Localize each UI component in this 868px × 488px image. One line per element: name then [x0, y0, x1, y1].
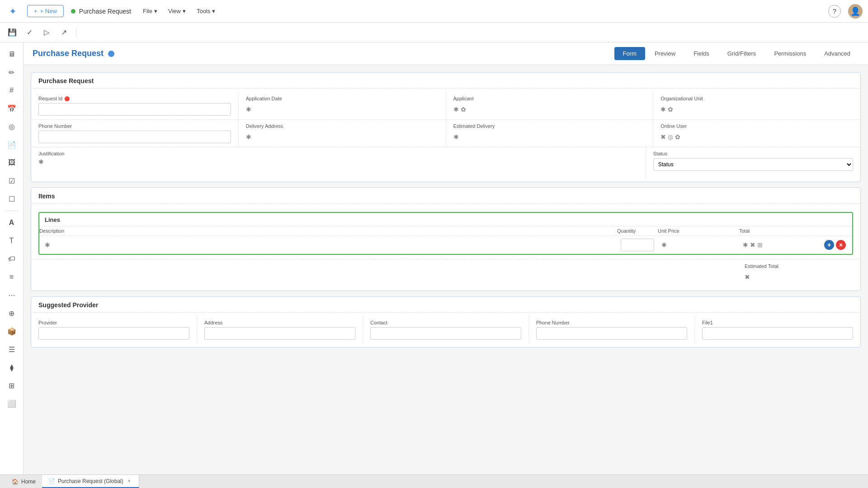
field-contact: Contact: [363, 316, 529, 343]
asterisk-icon: ✱: [246, 106, 251, 113]
form-header: Purchase Request Form Preview Fields Gri…: [24, 42, 868, 65]
tab-grid-filters[interactable]: Grid/Filters: [719, 47, 765, 60]
sidebar-checkbox2-icon[interactable]: ☐: [4, 191, 20, 207]
sidebar-stack-icon[interactable]: ⧫: [4, 359, 20, 375]
add-line-button[interactable]: +: [824, 240, 834, 250]
input-contact[interactable]: [370, 327, 521, 340]
sidebar-table-icon[interactable]: ⊞: [4, 377, 20, 394]
form-title-dot: [108, 51, 114, 57]
home-tab[interactable]: 🏠 Home: [5, 475, 42, 488]
label-delivery-address: Delivery Address: [246, 123, 439, 129]
field-online-user: Online User ✖ ◎ ✿: [653, 120, 860, 147]
sidebar-plus-circle-icon[interactable]: ⊕: [4, 305, 20, 321]
sidebar-align-icon[interactable]: ≡: [4, 269, 20, 285]
x-icon: ✖: [660, 133, 666, 141]
items-title: Items: [31, 188, 860, 204]
content-justification: ✱: [38, 158, 638, 174]
form-row-2: Phone Number Delivery Address ✱ Estimate…: [31, 120, 860, 147]
tab-form[interactable]: Form: [614, 47, 645, 60]
sidebar-more-icon[interactable]: ⋯: [4, 287, 20, 303]
help-button[interactable]: ?: [828, 5, 841, 18]
tab-permissions[interactable]: Permissions: [765, 47, 815, 60]
sidebar-package-icon[interactable]: 📦: [4, 323, 20, 339]
input-request-id[interactable]: [38, 103, 231, 116]
nav-right: ? 👤: [828, 4, 863, 19]
items-content: Lines Description Quantity Unit Price To…: [31, 204, 860, 291]
link-icon: ✿: [668, 106, 673, 113]
doc-status-dot: [71, 9, 75, 14]
x-icon: ✖: [750, 241, 755, 249]
field-address: Address: [197, 316, 363, 343]
select-status[interactable]: Status Draft Submitted Approved Rejected: [653, 158, 853, 171]
input-phone-number[interactable]: [38, 131, 231, 143]
menu-file[interactable]: File ▾: [138, 5, 162, 17]
tab-preview[interactable]: Preview: [646, 47, 684, 60]
label-provider: Provider: [38, 320, 189, 325]
content-applicant: ✱ ✿: [453, 103, 646, 116]
content-total: ✱ ✖ ⊞: [743, 239, 817, 251]
run-button[interactable]: ▷: [40, 26, 53, 39]
field-organizational-unit: Organizational Unit ✱ ✿: [653, 92, 860, 119]
input-provider-phone[interactable]: [536, 327, 687, 340]
content-delivery-address: ✱: [246, 131, 439, 143]
sidebar-desktop-icon[interactable]: 🖥: [4, 46, 20, 62]
lines-card: Lines Description Quantity Unit Price To…: [38, 212, 853, 255]
label-phone-number: Phone Number: [38, 123, 231, 129]
cell-total: ✱ ✖ ⊞: [739, 239, 821, 251]
menu-view[interactable]: View ▾: [164, 5, 190, 17]
sidebar-grid-icon[interactable]: #: [4, 82, 20, 99]
nav-menu: File ▾ View ▾ Tools ▾: [138, 5, 220, 17]
avatar: 👤: [848, 4, 863, 19]
form-title: Purchase Request: [33, 49, 114, 58]
purchase-request-tab[interactable]: 📄 Purchase Request (Global) ×: [42, 475, 139, 488]
form-tabs: Form Preview Fields Grid/Filters Permiss…: [614, 47, 859, 60]
sidebar-circle-icon[interactable]: ◎: [4, 118, 20, 135]
label-contact: Contact: [370, 320, 521, 325]
export-button[interactable]: ↗: [57, 26, 71, 39]
sidebar-textA-icon[interactable]: A: [4, 215, 20, 231]
check-button[interactable]: ✓: [23, 26, 36, 39]
remove-line-button[interactable]: ×: [836, 240, 846, 250]
menu-tools[interactable]: Tools ▾: [192, 5, 220, 17]
label-application-date: Application Date: [246, 96, 439, 101]
sidebar-list-icon[interactable]: ☰: [4, 341, 20, 357]
lines-table: Description Quantity Unit Price Total: [39, 226, 852, 254]
input-address[interactable]: [204, 327, 355, 340]
field-phone-number: Phone Number: [31, 120, 239, 147]
home-icon: 🏠: [12, 479, 19, 485]
sidebar-textT-icon[interactable]: T: [4, 233, 20, 249]
field-estimated-delivery: Estimated Delivery ✱: [446, 120, 654, 147]
tab-close-button[interactable]: ×: [126, 478, 132, 484]
field-delivery-address: Delivery Address ✱: [239, 120, 446, 147]
tab-advanced[interactable]: Advanced: [816, 47, 859, 60]
sidebar-edit-icon[interactable]: ✏: [4, 64, 20, 80]
sidebar-image-icon[interactable]: 🖼: [4, 155, 20, 171]
sidebar-copy-icon[interactable]: ⬜: [4, 395, 20, 412]
form-row-1: Request Id 🔴 Application Date ✱: [31, 92, 860, 120]
input-file1[interactable]: [702, 327, 853, 340]
asterisk-icon: ✱: [246, 133, 251, 141]
sidebar-checkbox-icon[interactable]: ☑: [4, 173, 20, 189]
field-status: Status Status Draft Submitted Approved R…: [646, 147, 860, 178]
save-button[interactable]: 💾: [5, 26, 19, 39]
tab-fields[interactable]: Fields: [685, 47, 718, 60]
sidebar-calendar-icon[interactable]: 📅: [4, 100, 20, 117]
label-org-unit: Organizational Unit: [660, 96, 853, 101]
content-area: Purchase Request Form Preview Fields Gri…: [24, 42, 868, 474]
col-header-unit-price: Unit Price: [658, 226, 739, 235]
new-button[interactable]: + + New: [27, 5, 64, 17]
sidebar-doc-icon[interactable]: 📄: [4, 136, 20, 153]
input-provider[interactable]: [38, 327, 189, 340]
lines-row: ✱ ✱: [39, 236, 852, 254]
content-estimated-total: ✖: [745, 271, 853, 283]
person-icon: ✿: [461, 106, 466, 113]
input-quantity[interactable]: [621, 239, 654, 251]
suggested-provider-section: Suggested Provider Provider Address Cont…: [31, 296, 861, 347]
field-applicant: Applicant ✱ ✿: [446, 92, 654, 119]
label-file1: File1: [702, 320, 853, 325]
toolbar-divider: [76, 28, 76, 37]
arrow-icon: ▾: [154, 8, 157, 14]
logo-icon: ✦: [5, 4, 20, 19]
sidebar-tag-icon[interactable]: 🏷: [4, 251, 20, 267]
cell-unit-price: ✱: [658, 239, 739, 251]
